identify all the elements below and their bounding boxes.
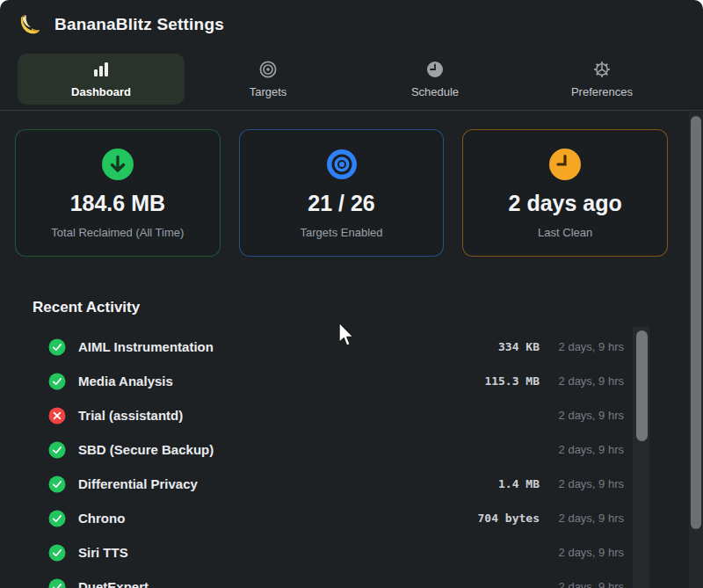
- tab-targets-label: Targets: [250, 85, 287, 98]
- activity-size: 334 KB: [498, 340, 540, 353]
- bar-chart-icon: [91, 60, 111, 79]
- stat-value: 21 / 26: [308, 191, 374, 216]
- activity-name: Siri TTS: [78, 545, 540, 560]
- activity-row[interactable]: Siri TTS 2 days, 9 hrs: [48, 535, 703, 570]
- success-check-icon: [48, 544, 66, 562]
- success-check-icon: [48, 338, 66, 356]
- activity-row[interactable]: Chrono 704 bytes 2 days, 9 hrs: [48, 501, 703, 535]
- stat-card-targets-enabled: 21 / 26 Targets Enabled: [239, 129, 445, 257]
- clock-icon: [548, 148, 582, 181]
- recent-activity-heading: Recent Activity: [33, 299, 703, 316]
- tab-schedule-label: Schedule: [411, 85, 459, 98]
- stat-label: Total Reclaimed (All Time): [51, 226, 184, 239]
- activity-size: 704 bytes: [478, 512, 540, 525]
- recent-activity-section: Recent Activity AIML Instrumentation 334…: [0, 257, 703, 588]
- activity-row[interactable]: Differential Privacy 1.4 MB 2 days, 9 hr…: [48, 467, 703, 501]
- download-arrow-icon: [101, 148, 134, 181]
- bullseye-icon: [258, 60, 278, 79]
- stat-label: Targets Enabled: [301, 226, 383, 239]
- activity-row[interactable]: Media Analysis 115.3 MB 2 days, 9 hrs: [48, 364, 703, 398]
- activity-time: 2 days, 9 hrs: [550, 409, 624, 422]
- activity-row[interactable]: AIML Instrumentation 334 KB 2 days, 9 hr…: [48, 330, 703, 364]
- activity-time: 2 days, 9 hrs: [550, 477, 624, 490]
- titlebar: BananaBlitz Settings: [0, 0, 703, 49]
- success-check-icon: [48, 441, 66, 459]
- stat-value: 2 days ago: [509, 191, 622, 216]
- window-title: BananaBlitz Settings: [54, 15, 224, 34]
- activity-row[interactable]: DuetExpert 2 days, 9 hrs: [48, 570, 703, 588]
- activity-time: 2 days, 9 hrs: [550, 580, 624, 588]
- activity-row[interactable]: SBD (Secure Backup) 2 days, 9 hrs: [48, 432, 703, 467]
- tab-dashboard-label: Dashboard: [71, 85, 131, 98]
- stat-cards: 184.6 MB Total Reclaimed (All Time) 21 /…: [0, 111, 703, 257]
- activity-size: 1.4 MB: [498, 477, 540, 490]
- stat-value: 184.6 MB: [70, 191, 165, 216]
- tab-preferences[interactable]: Preferences: [518, 54, 685, 105]
- gear-icon: [592, 60, 612, 79]
- activity-name: Media Analysis: [78, 374, 484, 388]
- activity-name: DuetExpert: [78, 579, 540, 588]
- activity-name: Chrono: [78, 511, 478, 526]
- activity-time: 2 days, 9 hrs: [550, 546, 624, 559]
- activity-size: 115.3 MB: [484, 374, 540, 388]
- activity-name: Differential Privacy: [78, 476, 498, 491]
- success-check-icon: [48, 373, 66, 390]
- clock-icon: [425, 60, 445, 79]
- activity-name: Trial (assistantd): [78, 408, 540, 423]
- stat-card-total-reclaimed: 184.6 MB Total Reclaimed (All Time): [15, 129, 221, 257]
- target-icon: [325, 148, 359, 181]
- error-x-icon: [48, 407, 66, 425]
- activity-name: AIML Instrumentation: [78, 339, 498, 354]
- tab-preferences-label: Preferences: [571, 85, 633, 98]
- success-check-icon: [48, 578, 66, 588]
- stat-card-last-clean: 2 days ago Last Clean: [462, 129, 668, 257]
- success-check-icon: [48, 510, 66, 527]
- activity-name: SBD (Secure Backup): [78, 442, 540, 457]
- stat-label: Last Clean: [538, 226, 592, 239]
- activity-time: 2 days, 9 hrs: [550, 512, 624, 525]
- activity-time: 2 days, 9 hrs: [550, 340, 624, 353]
- activity-row[interactable]: Trial (assistantd) 2 days, 9 hrs: [48, 398, 703, 432]
- activity-time: 2 days, 9 hrs: [550, 374, 624, 388]
- tab-schedule[interactable]: Schedule: [352, 54, 518, 105]
- activity-list: AIML Instrumentation 334 KB 2 days, 9 hr…: [33, 330, 703, 588]
- settings-window: BananaBlitz Settings Dashboard Targets: [0, 0, 703, 588]
- tab-bar: Dashboard Targets Schedule: [0, 49, 703, 111]
- tab-targets[interactable]: Targets: [185, 54, 352, 105]
- success-check-icon: [48, 475, 66, 493]
- tab-dashboard[interactable]: Dashboard: [18, 54, 185, 105]
- window-scrollbar-thumb[interactable]: [691, 116, 701, 529]
- banana-icon: [19, 13, 42, 36]
- activity-time: 2 days, 9 hrs: [550, 443, 624, 456]
- list-scrollbar-thumb[interactable]: [636, 330, 648, 441]
